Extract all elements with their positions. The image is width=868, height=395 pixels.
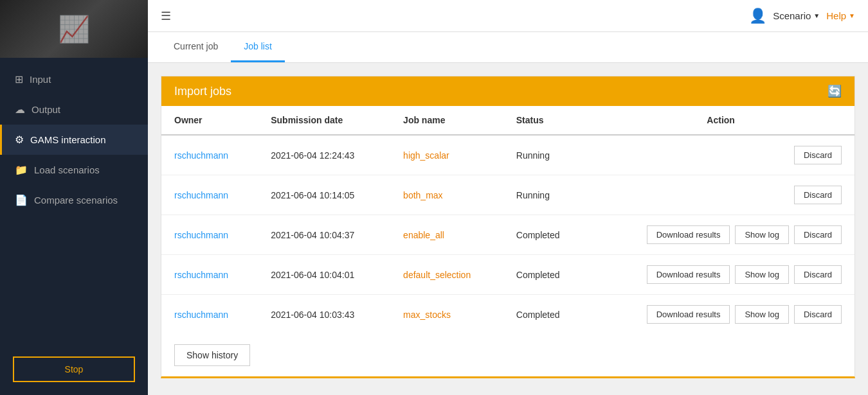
- stop-button[interactable]: Stop: [13, 356, 135, 382]
- discard-button[interactable]: Discard: [794, 305, 842, 324]
- content-area: Current job Job list Import jobs 🔄 Owner…: [148, 32, 868, 395]
- cell-action: Download resultsShow logDiscard: [587, 215, 854, 255]
- show-log-button[interactable]: Show log: [735, 225, 788, 244]
- table-header-row: Owner Submission date Job name Status Ac…: [161, 106, 854, 135]
- cell-job-name[interactable]: high_scalar: [390, 135, 503, 175]
- cell-date: 2021-06-04 10:04:37: [258, 215, 390, 255]
- import-jobs-panel: Import jobs 🔄 Owner Submission date Job …: [161, 76, 855, 378]
- col-status: Status: [503, 106, 587, 135]
- sidebar: ⊞ Input ☁ Output ⚙ GAMS interaction 📁 Lo…: [0, 0, 148, 395]
- show-history-wrap: Show history: [161, 334, 854, 376]
- job-name-link[interactable]: max_stocks: [403, 310, 451, 320]
- table-row: rschuchmann2021-06-04 10:04:01default_se…: [161, 255, 854, 295]
- cell-action: Download resultsShow logDiscard: [587, 295, 854, 335]
- topbar: ☰ 👤 Scenario Help: [148, 0, 868, 32]
- action-cell: Download resultsShow logDiscard: [600, 225, 842, 244]
- sidebar-item-input[interactable]: ⊞ Input: [0, 64, 148, 94]
- owner-link[interactable]: rschuchmann: [174, 310, 228, 320]
- cell-action: Download resultsShow logDiscard: [587, 255, 854, 295]
- discard-button[interactable]: Discard: [794, 146, 842, 164]
- action-cell: Download resultsShow logDiscard: [600, 305, 842, 324]
- cell-owner[interactable]: rschuchmann: [161, 215, 258, 255]
- sidebar-nav: ⊞ Input ☁ Output ⚙ GAMS interaction 📁 Lo…: [0, 58, 148, 350]
- cell-date: 2021-06-04 12:24:43: [258, 135, 390, 175]
- hamburger-icon[interactable]: ☰: [161, 9, 171, 23]
- table-row: rschuchmann2021-06-04 10:14:05both_maxRu…: [161, 175, 854, 215]
- sidebar-item-compare[interactable]: 📄 Compare scenarios: [0, 185, 148, 215]
- owner-link[interactable]: rschuchmann: [174, 270, 228, 280]
- cell-job-name[interactable]: default_selection: [390, 255, 503, 295]
- show-log-button[interactable]: Show log: [735, 265, 788, 284]
- cell-owner[interactable]: rschuchmann: [161, 135, 258, 175]
- cell-action: Discard: [587, 135, 854, 175]
- cell-job-name[interactable]: enable_all: [390, 215, 503, 255]
- cell-action: Discard: [587, 175, 854, 215]
- job-name-link[interactable]: default_selection: [403, 270, 471, 280]
- tab-job-list[interactable]: Job list: [231, 32, 285, 62]
- sidebar-item-load[interactable]: 📁 Load scenarios: [0, 155, 148, 185]
- owner-link[interactable]: rschuchmann: [174, 150, 228, 161]
- cell-date: 2021-06-04 10:04:01: [258, 255, 390, 295]
- discard-button[interactable]: Discard: [794, 225, 842, 244]
- cell-date: 2021-06-04 10:14:05: [258, 175, 390, 215]
- action-cell: Discard: [600, 186, 842, 204]
- sidebar-item-input-label: Input: [30, 74, 51, 85]
- download-results-button[interactable]: Download results: [647, 265, 730, 284]
- sidebar-item-gams-label: GAMS interaction: [30, 134, 106, 145]
- cell-job-name[interactable]: both_max: [390, 175, 503, 215]
- col-action: Action: [587, 106, 854, 135]
- action-cell: Download resultsShow logDiscard: [600, 265, 842, 284]
- input-icon: ⊞: [15, 73, 23, 85]
- show-log-button[interactable]: Show log: [735, 305, 788, 324]
- action-cell: Discard: [600, 146, 842, 164]
- jobs-table: Owner Submission date Job name Status Ac…: [161, 106, 854, 334]
- output-icon: ☁: [15, 103, 25, 116]
- cell-status: Running: [503, 135, 587, 175]
- col-owner: Owner: [161, 106, 258, 135]
- cell-status: Running: [503, 175, 587, 215]
- owner-link[interactable]: rschuchmann: [174, 190, 228, 200]
- tab-current-job[interactable]: Current job: [161, 32, 231, 62]
- gams-icon: ⚙: [15, 134, 24, 146]
- cell-status: Completed: [503, 255, 587, 295]
- refresh-icon[interactable]: 🔄: [827, 84, 842, 98]
- panel-title: Import jobs: [174, 85, 231, 98]
- load-icon: 📁: [15, 164, 28, 176]
- cell-date: 2021-06-04 10:03:43: [258, 295, 390, 335]
- cell-owner[interactable]: rschuchmann: [161, 175, 258, 215]
- col-job-name: Job name: [390, 106, 503, 135]
- show-history-button[interactable]: Show history: [174, 344, 250, 366]
- compare-icon: 📄: [15, 194, 28, 206]
- table-row: rschuchmann2021-06-04 10:04:37enable_all…: [161, 215, 854, 255]
- table-row: rschuchmann2021-06-04 12:24:43high_scala…: [161, 135, 854, 175]
- help-button[interactable]: Help: [826, 10, 855, 21]
- job-name-link[interactable]: enable_all: [403, 230, 444, 240]
- sidebar-item-compare-label: Compare scenarios: [34, 195, 118, 206]
- cell-job-name[interactable]: max_stocks: [390, 295, 503, 335]
- cell-status: Completed: [503, 295, 587, 335]
- cell-owner[interactable]: rschuchmann: [161, 255, 258, 295]
- sidebar-item-load-label: Load scenarios: [34, 164, 100, 175]
- logo-image: [0, 0, 148, 58]
- job-name-link[interactable]: high_scalar: [403, 150, 449, 161]
- owner-link[interactable]: rschuchmann: [174, 230, 228, 240]
- scenario-button[interactable]: Scenario: [773, 10, 820, 21]
- cell-owner[interactable]: rschuchmann: [161, 295, 258, 335]
- sidebar-item-output[interactable]: ☁ Output: [0, 94, 148, 125]
- table-row: rschuchmann2021-06-04 10:03:43max_stocks…: [161, 295, 854, 335]
- cell-status: Completed: [503, 215, 587, 255]
- panel-header: Import jobs 🔄: [161, 76, 854, 106]
- sidebar-item-gams[interactable]: ⚙ GAMS interaction: [0, 125, 148, 155]
- tabs-bar: Current job Job list: [148, 32, 868, 63]
- download-results-button[interactable]: Download results: [647, 305, 730, 324]
- col-submission-date: Submission date: [258, 106, 390, 135]
- main-content: ☰ 👤 Scenario Help Current job Job list I…: [148, 0, 868, 395]
- discard-button[interactable]: Discard: [794, 186, 842, 204]
- sidebar-logo: [0, 0, 148, 58]
- download-results-button[interactable]: Download results: [647, 225, 730, 244]
- job-name-link[interactable]: both_max: [403, 190, 442, 200]
- discard-button[interactable]: Discard: [794, 265, 842, 284]
- sidebar-item-output-label: Output: [32, 104, 60, 115]
- user-icon[interactable]: 👤: [749, 8, 766, 24]
